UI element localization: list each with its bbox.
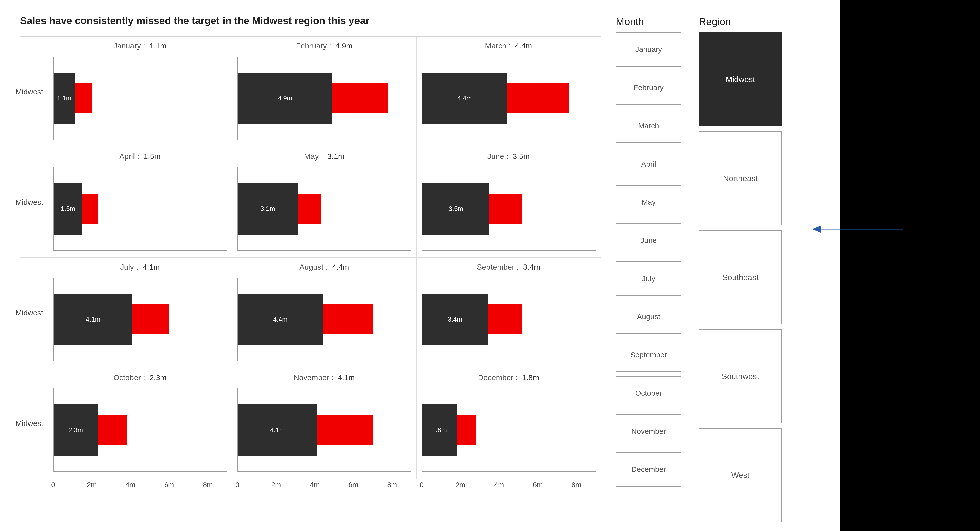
bar-actual: 1.8m <box>422 404 457 456</box>
slicer-region-tile[interactable]: West <box>699 428 782 522</box>
bar-actual: 3.1m <box>238 183 298 235</box>
chart-panel: December : 1.8m1.8m <box>417 368 601 479</box>
panel-title: November : 4.1m <box>237 373 411 382</box>
slicer-region-tile[interactable]: Southwest <box>699 329 782 423</box>
panel-title: April : 1.5m <box>53 152 227 161</box>
panel-plot-area: 1.8m <box>422 388 596 472</box>
x-axis-tick: 2m <box>87 481 97 489</box>
x-axis: 02m4m6m8m <box>417 479 601 501</box>
x-axis-tick: 4m <box>494 481 504 489</box>
small-multiples-grid: MidwestJanuary : 1.1m1.1mFebruary : 4.9m… <box>20 36 601 531</box>
x-axis-tick: 4m <box>126 481 135 489</box>
slicer-region: Region MidwestNortheastSoutheastSouthwes… <box>699 16 782 516</box>
letterbox-right <box>840 0 980 531</box>
panel-plot-area: 4.9m <box>237 57 411 140</box>
slicer-region-title: Region <box>699 16 782 27</box>
panel-title: June : 3.5m <box>422 152 596 161</box>
x-axis-tick: 8m <box>203 481 213 489</box>
slicer-month-tile[interactable]: September <box>616 338 681 372</box>
chart-panel: November : 4.1m4.1m <box>232 368 417 479</box>
panel-plot-area: 3.1m <box>237 167 411 251</box>
chart-panel: July : 4.1m4.1m <box>48 258 232 368</box>
slicer-month-tile[interactable]: October <box>616 376 681 410</box>
slicer-panel: Month JanuaryFebruaryMarchAprilMayJuneJu… <box>616 15 825 516</box>
slicer-region-tile[interactable]: Southeast <box>699 230 782 324</box>
x-axis-tick: 2m <box>455 481 465 489</box>
chart-panel: October : 2.3m2.3m <box>48 368 232 479</box>
bar-actual: 4.9m <box>238 73 332 124</box>
panel-title: July : 4.1m <box>53 263 227 271</box>
chart-panel: September : 3.4m3.4m <box>417 258 601 368</box>
panel-plot-area: 3.5m <box>422 167 596 251</box>
bar-actual: 3.5m <box>422 183 490 235</box>
slicer-month-tile[interactable]: May <box>616 185 681 219</box>
panel-title: May : 3.1m <box>237 152 411 161</box>
x-axis-tick: 0 <box>51 481 55 489</box>
panel-plot-area: 4.4m <box>422 57 596 140</box>
chart-panel: August : 4.4m4.4m <box>232 258 417 368</box>
bar-actual: 4.1m <box>54 294 132 345</box>
y-axis-category-label: Midwest <box>21 368 48 479</box>
bar-actual: 3.4m <box>422 294 488 345</box>
annotation-arrow <box>812 228 902 230</box>
x-axis: 02m4m6m8m <box>232 479 417 501</box>
y-axis-category-label: Midwest <box>21 36 48 147</box>
panel-plot-area: 1.1m <box>53 57 227 140</box>
bar-actual: 2.3m <box>54 404 98 456</box>
x-axis-tick: 6m <box>533 481 543 489</box>
slicer-month-title: Month <box>616 16 681 27</box>
slicer-month-tile[interactable]: March <box>616 109 681 143</box>
slicer-month-tile[interactable]: July <box>616 262 681 296</box>
x-axis-tick: 4m <box>310 481 320 489</box>
bar-actual: 1.5m <box>54 183 83 235</box>
slicer-month: Month JanuaryFebruaryMarchAprilMayJuneJu… <box>616 16 681 516</box>
bar-actual: 4.4m <box>238 294 323 345</box>
panel-title: February : 4.9m <box>237 42 411 50</box>
panel-plot-area: 4.4m <box>237 278 411 361</box>
slicer-month-tile[interactable]: August <box>616 300 681 334</box>
bar-actual: 4.1m <box>238 404 317 456</box>
panel-plot-area: 1.5m <box>53 167 227 251</box>
panel-plot-area: 4.1m <box>53 278 227 361</box>
x-axis: 02m4m6m8m <box>48 479 232 501</box>
x-axis-tick: 0 <box>420 481 424 489</box>
bar-actual: 1.1m <box>54 73 75 124</box>
chart-panel: February : 4.9m4.9m <box>232 36 417 147</box>
slicer-month-tile[interactable]: December <box>616 452 681 487</box>
panel-title: October : 2.3m <box>53 373 227 382</box>
bar-actual: 4.4m <box>422 73 507 124</box>
chart-container: Sales have consistently missed the targe… <box>20 15 601 516</box>
panel-plot-area: 3.4m <box>422 278 596 361</box>
arrow-left-icon <box>812 225 821 233</box>
y-axis-category-label: Midwest <box>21 258 48 368</box>
chart-panel: May : 3.1m3.1m <box>232 147 417 258</box>
chart-panel: January : 1.1m1.1m <box>48 36 232 147</box>
slicer-region-tile[interactable]: Midwest <box>699 32 782 126</box>
panel-title: August : 4.4m <box>237 263 411 271</box>
slicer-month-tile[interactable]: November <box>616 414 681 449</box>
x-axis-tick: 8m <box>387 481 397 489</box>
slicer-region-tile[interactable]: Northeast <box>699 132 782 225</box>
x-axis-tick: 6m <box>164 481 174 489</box>
slicer-month-tile[interactable]: April <box>616 147 681 181</box>
panel-title: January : 1.1m <box>53 42 227 50</box>
panel-title: March : 4.4m <box>422 42 596 50</box>
slicer-month-tile[interactable]: June <box>616 223 681 257</box>
chart-panel: June : 3.5m3.5m <box>417 147 601 258</box>
slicer-month-tile[interactable]: January <box>616 32 681 67</box>
panel-title: September : 3.4m <box>422 263 596 271</box>
y-axis-category-label: Midwest <box>21 147 48 258</box>
chart-panel: March : 4.4m4.4m <box>417 36 601 147</box>
chart-panel: April : 1.5m1.5m <box>48 147 232 258</box>
panel-title: December : 1.8m <box>422 373 596 382</box>
x-axis-tick: 6m <box>349 481 358 489</box>
x-axis-tick: 8m <box>572 481 582 489</box>
chart-title: Sales have consistently missed the targe… <box>20 15 601 26</box>
panel-plot-area: 4.1m <box>237 388 411 472</box>
panel-plot-area: 2.3m <box>53 388 227 472</box>
x-axis-tick: 0 <box>235 481 239 489</box>
x-axis-tick: 2m <box>271 481 281 489</box>
slicer-month-tile[interactable]: February <box>616 71 681 105</box>
